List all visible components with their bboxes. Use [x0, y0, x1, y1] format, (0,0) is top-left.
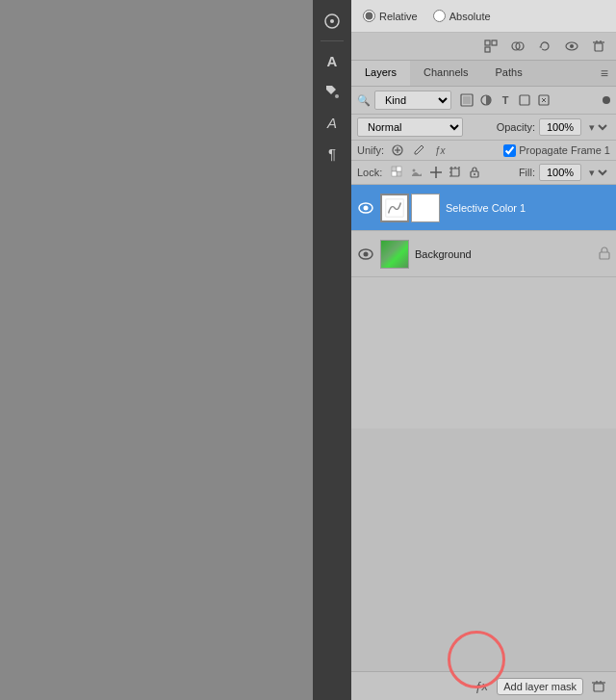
layers-panel: Layers Channels Paths ≡ 🔍 Kind T	[351, 61, 616, 700]
tabs-row: Layers Channels Paths ≡	[351, 61, 616, 87]
kind-row: 🔍 Kind T	[351, 87, 616, 115]
adjustment-filter-icon[interactable]	[478, 92, 494, 108]
fill-input[interactable]	[539, 164, 581, 181]
lock-transparent-icon[interactable]	[390, 165, 405, 180]
svg-point-39	[364, 205, 369, 210]
type-filter-icon[interactable]: T	[498, 92, 513, 108]
propagate-label: Propagate Frame 1	[519, 144, 610, 156]
lock-artboard-icon[interactable]	[448, 165, 463, 180]
fill-chevron[interactable]: ▾	[585, 166, 610, 179]
delete-panel-icon[interactable]	[589, 37, 608, 56]
blend-row: Normal Opacity: ▾	[351, 115, 616, 141]
kind-dot	[603, 96, 610, 104]
background-layer-name: Background	[415, 248, 593, 260]
layers-list: Selective Color 1 Background	[351, 185, 616, 428]
svg-point-1	[335, 94, 339, 98]
layer-thumbnails-selective	[380, 194, 440, 222]
add-layer-mask-button[interactable]: Add layer mask	[497, 678, 583, 695]
selective-color-mask-thumb	[411, 194, 440, 222]
absolute-label: Absolute	[449, 11, 491, 22]
layer-thumbnails-bg	[380, 240, 409, 269]
lock-row: Lock: Fill: ▾	[351, 161, 616, 185]
opacity-chevron[interactable]: ▾	[585, 120, 610, 134]
delete-layer-icon[interactable]	[589, 677, 608, 696]
svg-point-26	[413, 169, 416, 172]
svg-rect-22	[392, 167, 397, 171]
svg-point-8	[570, 44, 574, 48]
propagate-checkbox[interactable]	[503, 144, 516, 157]
paintbucket-tool-icon[interactable]	[319, 78, 346, 105]
lock-label: Lock:	[357, 167, 382, 178]
unify-label: Unify:	[357, 144, 384, 156]
type-tool-icon[interactable]: A	[319, 47, 346, 74]
unify-row: Unify: ƒx Propagate Frame 1	[351, 141, 616, 161]
layer-row-background[interactable]: Background	[351, 231, 616, 277]
unify-pos-icon[interactable]	[390, 143, 405, 158]
bottom-toolbar: ƒx Add layer mask	[351, 671, 616, 700]
options-bar: Relative Absolute	[351, 0, 616, 33]
rotate-icon[interactable]	[535, 37, 554, 56]
unify-fx-icon[interactable]: ƒx	[432, 143, 448, 158]
propagate-check: Propagate Frame 1	[503, 144, 610, 157]
relative-option[interactable]: Relative	[363, 10, 418, 22]
history-state-icon[interactable]	[481, 37, 500, 56]
absolute-option[interactable]: Absolute	[433, 10, 491, 22]
svg-rect-3	[492, 40, 497, 45]
svg-rect-25	[397, 167, 401, 171]
background-thumb	[380, 240, 409, 269]
svg-rect-2	[485, 40, 490, 45]
relative-radio[interactable]	[363, 10, 375, 22]
lock-all-icon[interactable]	[467, 165, 482, 180]
svg-rect-4	[485, 47, 490, 52]
svg-point-42	[364, 251, 369, 256]
opacity-input[interactable]	[539, 118, 581, 136]
svg-point-0	[330, 19, 334, 23]
shape-filter-icon[interactable]	[517, 92, 532, 108]
svg-rect-14	[463, 96, 471, 104]
search-kind-icon: 🔍	[357, 94, 371, 107]
selective-color-name: Selective Color 1	[446, 202, 610, 214]
lock-position-icon[interactable]	[428, 165, 444, 180]
svg-rect-43	[600, 252, 609, 259]
unify-brush-icon[interactable]	[411, 143, 426, 158]
svg-rect-9	[595, 43, 603, 51]
lock-icons	[390, 165, 482, 180]
background-lock-icon	[599, 246, 610, 262]
right-panel: Relative Absolute Layers Chan	[351, 0, 616, 700]
svg-rect-15	[520, 95, 529, 105]
type-tool-alt-icon[interactable]: A	[319, 109, 346, 136]
canvas-area	[0, 0, 313, 700]
layer-visibility-background[interactable]	[357, 246, 374, 263]
pixel-filter-icon[interactable]	[459, 92, 475, 108]
lock-image-icon[interactable]	[409, 165, 424, 180]
opacity-label: Opacity:	[497, 121, 535, 133]
fx-button[interactable]: ƒx	[472, 677, 491, 696]
unify-icons: ƒx	[390, 143, 448, 158]
relative-label: Relative	[379, 11, 418, 22]
svg-rect-29	[451, 169, 459, 176]
tab-channels[interactable]: Channels	[410, 61, 481, 86]
tab-layers[interactable]: Layers	[351, 61, 410, 86]
layer-row-selective-color[interactable]: Selective Color 1	[351, 185, 616, 231]
paragraph-tool-icon[interactable]: ¶	[319, 140, 346, 167]
radio-group: Relative Absolute	[363, 10, 604, 22]
kind-select[interactable]: Kind	[374, 91, 451, 110]
panel-icons-row	[351, 33, 616, 61]
svg-rect-24	[392, 171, 397, 176]
svg-rect-23	[397, 171, 401, 176]
smart-filter-icon[interactable]	[536, 92, 552, 108]
absolute-radio[interactable]	[433, 10, 446, 22]
svg-point-37	[474, 173, 475, 175]
visibility-panel-icon[interactable]	[562, 37, 581, 56]
creative-cloud-icon[interactable]	[319, 8, 346, 35]
kind-icons: T	[459, 92, 552, 108]
selective-color-thumb	[380, 194, 409, 222]
layers-spacer	[351, 428, 616, 672]
toolbar-strip: A A ¶	[313, 0, 351, 700]
tabs-menu-icon[interactable]: ≡	[593, 62, 616, 85]
blend-mode-select[interactable]: Normal	[357, 117, 463, 137]
tab-paths[interactable]: Paths	[482, 61, 536, 86]
channel-icon[interactable]	[508, 37, 527, 56]
layer-visibility-selective[interactable]	[357, 199, 374, 217]
toolbar-divider-1	[321, 40, 344, 41]
